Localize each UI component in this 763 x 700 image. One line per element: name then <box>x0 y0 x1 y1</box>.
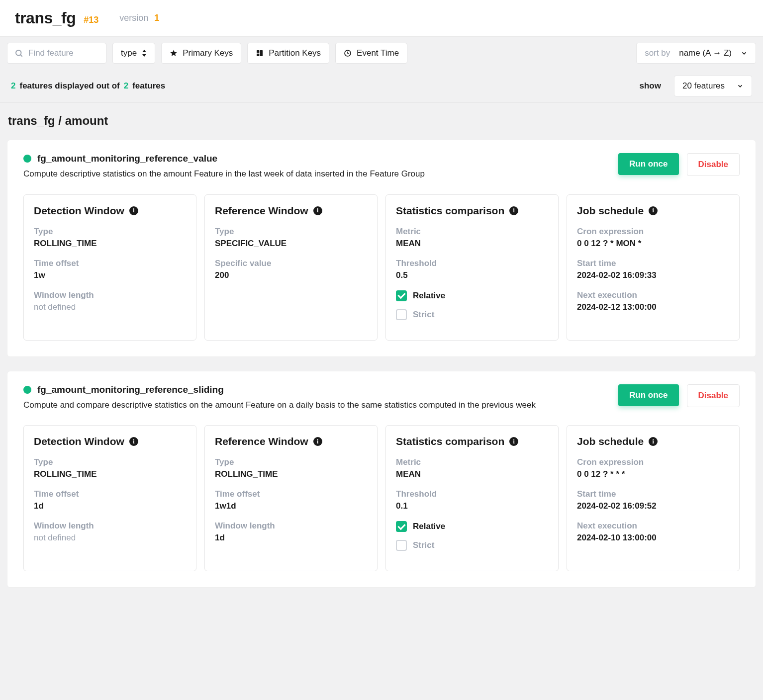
search-box[interactable] <box>7 43 106 64</box>
detection-window-panel: Detection Window i Type ROLLING_TIME Tim… <box>23 425 196 571</box>
next-exec-label: Next execution <box>577 290 729 300</box>
monitor-description: Compute descriptive statistics on the am… <box>23 168 600 180</box>
strict-checkbox-row[interactable]: Strict <box>396 309 548 320</box>
job-schedule-title: Job schedule <box>577 205 644 217</box>
cron-label: Cron expression <box>577 457 729 467</box>
threshold-label: Threshold <box>396 259 548 268</box>
cron-value: 0 0 12 ? * * * <box>577 469 729 479</box>
disable-button[interactable]: Disable <box>687 384 740 407</box>
breadcrumb: trans_fg / amount <box>0 103 763 133</box>
sort-dropdown[interactable]: sort by name (A → Z) <box>636 43 756 64</box>
relative-checkbox[interactable] <box>396 290 407 301</box>
total-text: features <box>132 81 165 91</box>
detection-type-value: ROLLING_TIME <box>34 469 186 479</box>
relative-checkbox-row[interactable]: Relative <box>396 290 548 301</box>
next-exec-value: 2024-02-12 13:00:00 <box>577 302 729 312</box>
partition-keys-label: Partition Keys <box>269 48 321 58</box>
monitor-name: fg_amount_monitoring_reference_value <box>37 153 217 164</box>
start-time-value: 2024-02-02 16:09:52 <box>577 501 729 511</box>
relative-checkbox-row[interactable]: Relative <box>396 521 548 532</box>
monitor-card: fg_amount_monitoring_reference_value Com… <box>7 140 756 357</box>
job-schedule-panel: Job schedule i Cron expression 0 0 12 ? … <box>567 425 740 571</box>
reference-type-label: Type <box>215 227 367 237</box>
svg-marker-4 <box>170 50 177 56</box>
chevron-down-icon <box>741 50 748 57</box>
job-schedule-panel: Job schedule i Cron expression 0 0 12 ? … <box>567 194 740 341</box>
partition-icon <box>256 49 264 57</box>
metric-value: MEAN <box>396 469 548 479</box>
show-label: show <box>639 81 661 91</box>
primary-keys-label: Primary Keys <box>183 48 233 58</box>
primary-keys-filter[interactable]: Primary Keys <box>161 43 241 64</box>
specific-value: 200 <box>215 270 367 280</box>
info-icon[interactable]: i <box>129 206 138 215</box>
strict-checkbox[interactable] <box>396 540 407 551</box>
threshold-value: 0.1 <box>396 501 548 511</box>
info-icon[interactable]: i <box>313 206 322 215</box>
cron-label: Cron expression <box>577 227 729 237</box>
stats-comparison-panel: Statistics comparison i Metric MEAN Thre… <box>385 194 559 341</box>
run-once-button[interactable]: Run once <box>618 153 678 175</box>
reference-window-panel: Reference Window i Type ROLLING_TIME Tim… <box>204 425 378 571</box>
relative-label: Relative <box>413 291 445 301</box>
version-label: version <box>119 13 148 23</box>
run-once-button[interactable]: Run once <box>618 384 678 406</box>
disable-button[interactable]: Disable <box>687 153 740 176</box>
total-count: 2 <box>124 81 128 91</box>
job-schedule-title: Job schedule <box>577 436 644 447</box>
strict-label: Strict <box>413 310 434 320</box>
specific-value-label: Specific value <box>215 259 367 268</box>
cron-value: 0 0 12 ? * MON * <box>577 239 729 249</box>
search-input[interactable] <box>28 48 99 58</box>
start-time-value: 2024-02-02 16:09:33 <box>577 270 729 280</box>
strict-checkbox-row[interactable]: Strict <box>396 540 548 551</box>
event-time-label: Event Time <box>357 48 399 58</box>
svg-rect-5 <box>257 50 259 53</box>
sort-label: sort by <box>645 48 670 58</box>
clock-icon <box>344 49 352 57</box>
reference-time-offset-value: 1w1d <box>215 501 367 511</box>
show-dropdown[interactable]: 20 features <box>674 76 752 96</box>
info-icon[interactable]: i <box>129 437 138 446</box>
feature-group-title: trans_fg <box>15 9 76 27</box>
page-header: trans_fg #13 version 1 <box>0 0 763 37</box>
relative-checkbox[interactable] <box>396 521 407 532</box>
star-icon <box>170 49 178 57</box>
detection-window-length-value: not defined <box>34 302 186 312</box>
strict-checkbox[interactable] <box>396 309 407 320</box>
stats-comparison-title: Statistics comparison <box>396 436 504 447</box>
detection-type-value: ROLLING_TIME <box>34 239 186 249</box>
type-filter[interactable]: type <box>112 43 155 64</box>
next-exec-value: 2024-02-10 13:00:00 <box>577 533 729 543</box>
info-icon[interactable]: i <box>649 437 658 446</box>
reference-window-panel: Reference Window i Type SPECIFIC_VALUE S… <box>204 194 378 341</box>
threshold-label: Threshold <box>396 489 548 499</box>
start-time-label: Start time <box>577 489 729 499</box>
info-icon[interactable]: i <box>649 206 658 215</box>
stats-comparison-panel: Statistics comparison i Metric MEAN Thre… <box>385 425 559 571</box>
detection-window-title: Detection Window <box>34 436 124 447</box>
detection-time-offset-value: 1d <box>34 501 186 511</box>
detection-window-length-label: Window length <box>34 290 186 300</box>
threshold-value: 0.5 <box>396 270 548 280</box>
relative-label: Relative <box>413 522 445 531</box>
version-number: 1 <box>154 13 159 23</box>
metric-label: Metric <box>396 457 548 467</box>
detection-time-offset-label: Time offset <box>34 489 186 499</box>
reference-window-length-label: Window length <box>215 521 367 531</box>
event-time-filter[interactable]: Event Time <box>335 43 407 64</box>
feature-group-id-badge: #13 <box>84 15 98 25</box>
reference-type-value: SPECIFIC_VALUE <box>215 239 367 249</box>
info-icon[interactable]: i <box>313 437 322 446</box>
reference-window-title: Reference Window <box>215 205 308 217</box>
reference-time-offset-label: Time offset <box>215 489 367 499</box>
stats-comparison-title: Statistics comparison <box>396 205 504 217</box>
metric-label: Metric <box>396 227 548 237</box>
filter-bar: type Primary Keys Partition Keys Event T… <box>0 37 763 70</box>
info-icon[interactable]: i <box>509 206 518 215</box>
partition-keys-filter[interactable]: Partition Keys <box>247 43 329 64</box>
sort-arrows-icon <box>142 50 147 57</box>
info-icon[interactable]: i <box>509 437 518 446</box>
svg-rect-6 <box>260 50 263 56</box>
status-dot <box>23 155 31 163</box>
